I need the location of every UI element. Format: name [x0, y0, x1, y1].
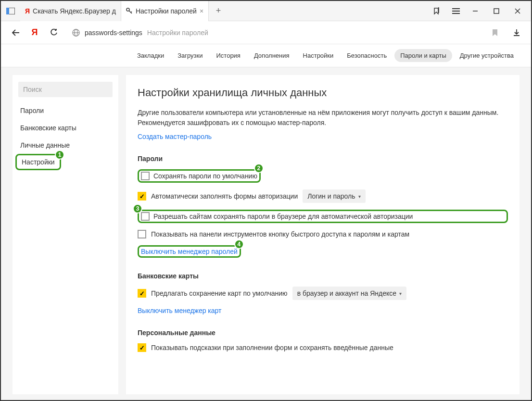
row-label: Разрешать сайтам сохранять пароли в брау… [153, 213, 413, 220]
minimize-button[interactable] [466, 1, 485, 21]
sidebar-item-cards[interactable]: Банковские карты [13, 119, 118, 137]
section-cards-title: Банковские карты [138, 272, 508, 280]
key-icon [126, 8, 133, 14]
close-tab-icon[interactable]: × [200, 7, 203, 15]
browser-toolbar: Я passwords-settings Настройки паролей [1, 21, 531, 44]
checkbox-autofill-auth[interactable] [138, 192, 146, 200]
row-label: Автоматически заполнять формы авторизаци… [151, 192, 298, 200]
annotation-badge-2: 2 [254, 163, 264, 173]
topnav-history[interactable]: История [211, 49, 246, 62]
row-autofill-auth: Автоматически заполнять формы авторизаци… [138, 189, 508, 203]
titlebar: Я Скачать Яндекс.Браузер д Настройки пар… [1, 1, 531, 21]
collections-icon[interactable] [427, 7, 446, 15]
topnav-downloads[interactable]: Загрузки [172, 49, 208, 62]
close-button[interactable] [508, 1, 527, 21]
downloads-button[interactable] [510, 29, 523, 37]
topnav-bookmarks[interactable]: Закладки [131, 49, 170, 62]
row-label: Показывать подсказки при заполнении форм… [151, 344, 393, 351]
topnav-passwords-cards[interactable]: Пароли и карты [394, 49, 452, 62]
page-title-text: Настройки паролей [147, 29, 208, 37]
row-label: Сохранять пароли по умолчанию [153, 172, 257, 180]
annotation-badge-1: 1 [55, 150, 64, 160]
sidebar-item-label: Настройки [22, 158, 55, 166]
topnav-settings[interactable]: Настройки [297, 49, 340, 62]
bookmark-icon[interactable] [492, 29, 498, 37]
maximize-button[interactable] [487, 1, 506, 21]
sidebar-item-passwords[interactable]: Пароли [13, 102, 118, 119]
sidebar-item-settings[interactable]: Настройки [15, 154, 61, 170]
site-icon [72, 29, 80, 37]
row-personal-hints: Показывать подсказки при заполнении форм… [138, 343, 508, 352]
annotation-badge-3: 3 [133, 204, 142, 213]
menu-icon[interactable] [446, 8, 466, 14]
disable-password-manager-link[interactable]: Выключить менеджер паролей [141, 248, 238, 255]
settings-top-nav: Закладки Загрузки История Дополнения Нас… [1, 44, 531, 67]
checkbox-allow-sites-save[interactable] [141, 212, 150, 221]
search-input[interactable]: Поиск [18, 82, 113, 97]
window-controls [466, 1, 531, 21]
page-description: Другие пользователи компьютера или устан… [138, 108, 508, 128]
tab-title: Настройки паролей [136, 7, 197, 15]
sidebar-item-personal[interactable]: Личные данные [13, 137, 118, 154]
home-button[interactable]: Я [28, 27, 41, 38]
tab-yandex-download[interactable]: Я Скачать Яндекс.Браузер д [20, 1, 121, 21]
row-allow-sites-save: Разрешать сайтам сохранять пароли в брау… [138, 210, 508, 223]
section-personal-title: Персональные данные [138, 329, 508, 337]
content-area: Поиск Пароли Банковские карты Личные дан… [1, 67, 531, 401]
svg-rect-7 [494, 9, 499, 13]
checkbox-show-toolbar-button[interactable] [138, 230, 146, 238]
checkbox-personal-hints[interactable] [138, 343, 146, 352]
checkbox-save-passwords[interactable] [141, 172, 150, 180]
row-show-toolbar-button: Показывать на панели инструментов кнопку… [138, 230, 508, 238]
address-bar[interactable]: passwords-settings Настройки паролей [66, 24, 504, 41]
yandex-logo-icon: Я [25, 7, 30, 15]
reload-button[interactable] [47, 28, 61, 37]
section-passwords-title: Пароли [138, 155, 508, 163]
dropdown-autofill-mode[interactable]: Логин и пароль [303, 189, 365, 203]
create-master-password-link[interactable]: Создать мастер-пароль [138, 133, 508, 140]
topnav-security[interactable]: Безопасность [341, 49, 393, 62]
sidebar-toggle-icon[interactable] [1, 8, 20, 14]
url-text: passwords-settings [85, 29, 142, 37]
topnav-addons[interactable]: Дополнения [248, 49, 295, 62]
new-tab-button[interactable]: + [209, 1, 228, 21]
row-label: Предлагать сохранение карт по умолчанию [151, 289, 288, 297]
checkbox-offer-save-cards[interactable] [138, 289, 146, 298]
page-heading: Настройки хранилища личных данных [138, 87, 508, 99]
row-label: Показывать на панели инструментов кнопку… [151, 230, 409, 238]
main-panel: Настройки хранилища личных данных Другие… [126, 75, 519, 394]
tab-title: Скачать Яндекс.Браузер д [33, 7, 116, 15]
tab-password-settings[interactable]: Настройки паролей × [121, 1, 209, 21]
row-offer-save-cards: Предлагать сохранение карт по умолчанию … [138, 287, 508, 300]
topnav-other-devices[interactable]: Другие устройства [454, 49, 519, 62]
annotation-badge-4: 4 [234, 239, 244, 249]
settings-sidebar: Поиск Пароли Банковские карты Личные дан… [13, 75, 118, 394]
disable-card-manager-link[interactable]: Выключить менеджер карт [138, 307, 508, 314]
row-save-passwords: Сохранять пароли по умолчанию 2 [138, 169, 508, 183]
back-button[interactable] [9, 29, 22, 37]
tabs: Я Скачать Яндекс.Браузер д Настройки пар… [20, 1, 427, 21]
dropdown-save-cards-target[interactable]: в браузер и аккаунт на Яндексе [292, 287, 406, 300]
svg-rect-1 [6, 8, 9, 14]
